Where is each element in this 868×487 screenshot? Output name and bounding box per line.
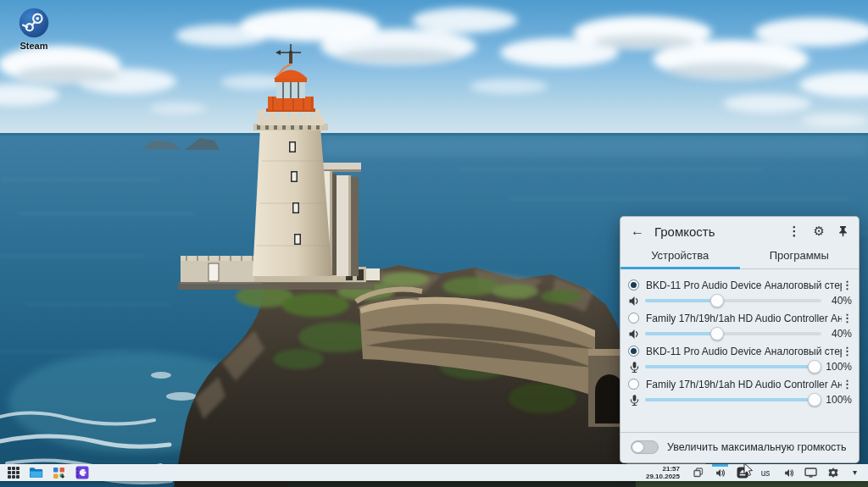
settings-tray-button[interactable] bbox=[826, 464, 840, 481]
display-tray-button[interactable] bbox=[804, 464, 818, 481]
device-menu-icon[interactable]: ⋮ bbox=[842, 378, 852, 390]
volume-percent-label: 100% bbox=[821, 394, 852, 406]
tray-expand-button[interactable]: ▾ bbox=[848, 464, 862, 481]
software-updates-button[interactable] bbox=[52, 464, 66, 481]
pin-icon[interactable] bbox=[837, 225, 849, 237]
clipboard-tray-button[interactable] bbox=[691, 464, 705, 481]
device-row: BKD-11 Pro Audio Device Аналоговый стере… bbox=[628, 276, 852, 309]
overflow-menu-icon[interactable]: ⋮ bbox=[788, 224, 801, 239]
device-menu-icon[interactable]: ⋮ bbox=[842, 345, 852, 357]
volume-percent-label: 40% bbox=[821, 295, 852, 307]
microphone-icon bbox=[628, 394, 641, 407]
clock[interactable]: 21:57 29.10.2025 bbox=[646, 465, 680, 480]
chevron-down-icon: ▾ bbox=[853, 468, 857, 477]
desktop-icon-label: Steam bbox=[7, 41, 61, 51]
desktop: Steam ← Громкость ⋮ ⚙ Устройства Програм… bbox=[0, 0, 868, 487]
device-list: BKD-11 Pro Audio Device Аналоговый стере… bbox=[620, 269, 859, 408]
tab-bar: Устройства Программы bbox=[620, 244, 859, 269]
volume-slider[interactable] bbox=[645, 293, 821, 308]
keyboard-layout-label: us bbox=[761, 468, 771, 478]
audio-tray-button[interactable] bbox=[782, 464, 796, 481]
volume-popup: ← Громкость ⋮ ⚙ Устройства Программы BKD… bbox=[620, 216, 860, 463]
file-manager-button[interactable] bbox=[29, 464, 43, 481]
device-row: Family 17h/19h/1ah HD Audio Controller А… bbox=[628, 375, 852, 408]
folder-icon bbox=[29, 467, 43, 479]
configure-icon[interactable]: ⚙ bbox=[814, 224, 825, 239]
speaker-icon bbox=[628, 328, 641, 340]
device-name: BKD-11 Pro Audio Device Аналоговый стере… bbox=[646, 346, 842, 357]
slider-handle[interactable] bbox=[710, 294, 724, 307]
device-default-radio[interactable] bbox=[628, 379, 639, 390]
device-name: Family 17h/19h/1ah HD Audio Controller А… bbox=[646, 379, 842, 390]
updates-icon bbox=[53, 467, 65, 479]
tab-devices[interactable]: Устройства bbox=[620, 244, 740, 268]
device-row: Family 17h/19h/1ah HD Audio Controller А… bbox=[628, 309, 852, 342]
taskbar: 21:57 29.10.2025 bbox=[0, 464, 868, 481]
raise-max-volume-toggle[interactable] bbox=[631, 440, 659, 454]
speaker-icon bbox=[628, 295, 641, 307]
device-row: BKD-11 Pro Audio Device Аналоговый стере… bbox=[628, 342, 852, 375]
keyboard-layout-button[interactable]: us bbox=[757, 464, 774, 481]
app-launcher-icon bbox=[8, 467, 19, 479]
volume-popup-footer: Увеличить максимальную громкость bbox=[620, 432, 859, 462]
device-default-radio[interactable] bbox=[628, 279, 639, 291]
steam-icon bbox=[18, 7, 50, 39]
device-default-radio[interactable] bbox=[628, 346, 639, 357]
volume-percent-label: 40% bbox=[821, 328, 852, 340]
audio-volume-tray-button[interactable] bbox=[713, 464, 727, 481]
clock-date: 29.10.2025 bbox=[646, 473, 680, 480]
device-name: Family 17h/19h/1ah HD Audio Controller А… bbox=[646, 313, 842, 324]
volume-percent-label: 100% bbox=[821, 361, 852, 373]
app-launcher-button[interactable] bbox=[6, 464, 20, 481]
popup-title: Громкость bbox=[654, 224, 788, 239]
slider-handle[interactable] bbox=[808, 393, 821, 407]
device-menu-icon[interactable]: ⋮ bbox=[842, 312, 852, 324]
gear-icon bbox=[827, 467, 839, 479]
microphone-icon bbox=[628, 361, 641, 374]
volume-slider[interactable] bbox=[645, 326, 821, 341]
device-name: BKD-11 Pro Audio Device Аналоговый стере… bbox=[646, 279, 842, 291]
mouse-cursor bbox=[743, 462, 754, 477]
volume-slider[interactable] bbox=[645, 392, 821, 407]
taskbar-app-purple[interactable] bbox=[75, 464, 89, 481]
tab-applications[interactable]: Программы bbox=[740, 244, 860, 268]
clock-time: 21:57 bbox=[646, 465, 680, 473]
slider-handle[interactable] bbox=[808, 360, 821, 374]
audio-volume-icon bbox=[715, 468, 726, 479]
clipboard-icon bbox=[693, 468, 704, 478]
volume-slider[interactable] bbox=[645, 359, 821, 374]
volume-popup-header: ← Громкость ⋮ ⚙ bbox=[620, 217, 859, 242]
back-button[interactable]: ← bbox=[631, 225, 644, 237]
raise-max-volume-label: Увеличить максимальную громкость bbox=[667, 441, 847, 453]
purple-app-icon bbox=[75, 466, 89, 479]
display-icon bbox=[804, 468, 817, 478]
desktop-icon-steam[interactable]: Steam bbox=[7, 7, 61, 51]
device-menu-icon[interactable]: ⋮ bbox=[842, 279, 852, 291]
slider-handle[interactable] bbox=[710, 327, 724, 340]
speaker-tray-icon bbox=[783, 468, 795, 479]
device-default-radio[interactable] bbox=[628, 313, 639, 324]
